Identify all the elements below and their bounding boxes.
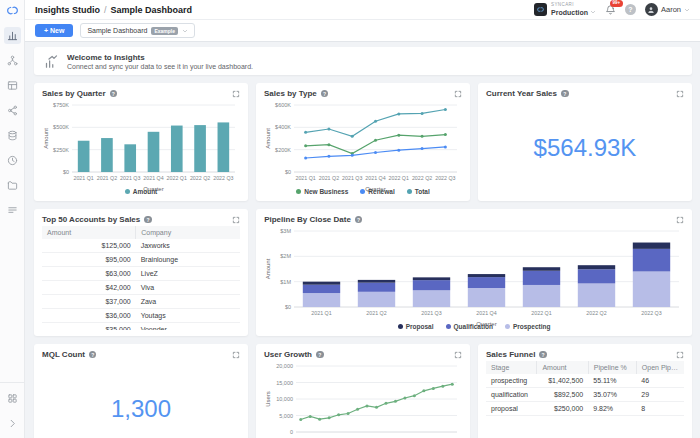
card-title: MQL Count <box>42 350 85 359</box>
svg-text:2022 Q1: 2022 Q1 <box>167 175 187 181</box>
svg-text:2021 Q4: 2021 Q4 <box>143 175 163 181</box>
svg-text:2021 Q2: 2021 Q2 <box>97 175 117 181</box>
dashboard-toolbar: + New Sample Dashboard Example <box>25 20 700 42</box>
sidebar-item-apps[interactable] <box>4 390 21 407</box>
column-header[interactable]: Pipeline % <box>588 361 636 374</box>
expand-icon[interactable] <box>676 90 684 98</box>
svg-text:2021 Q3: 2021 Q3 <box>342 175 362 181</box>
table-cell: Youtags <box>136 309 240 323</box>
info-icon[interactable]: ? <box>316 351 324 359</box>
sidebar-nav <box>4 27 21 219</box>
svg-text:$2M: $2M <box>280 253 291 259</box>
new-button[interactable]: + New <box>35 24 73 37</box>
column-header[interactable]: Amount <box>42 226 136 239</box>
dashboard-select[interactable]: Sample Dashboard Example <box>80 23 195 38</box>
expand-icon[interactable] <box>676 351 684 359</box>
sidebar-item-queue[interactable] <box>4 202 21 219</box>
svg-text:Quarter: Quarter <box>143 186 163 192</box>
card-title: Current Year Sales <box>486 89 557 98</box>
table-cell: 46 <box>636 374 684 388</box>
table-cell: 55.11% <box>588 374 636 388</box>
svg-text:Amount: Amount <box>43 128 49 149</box>
flow-icon <box>7 55 18 66</box>
column-header[interactable]: Stage <box>486 361 537 374</box>
table-cell: 8 <box>636 402 684 416</box>
sidebar-item-collapse[interactable] <box>4 415 21 432</box>
card-sales-by-quarter: Sales by Quarter ? $0$250K$500K$750KAmou… <box>34 83 248 201</box>
expand-icon[interactable] <box>676 216 684 224</box>
svg-text:2022 Q2: 2022 Q2 <box>586 310 606 316</box>
svg-text:2021 Q4: 2021 Q4 <box>476 310 496 316</box>
sidebar-item-sync-studio[interactable] <box>4 52 21 69</box>
table-cell: $892,500 <box>537 388 588 402</box>
card-title: User Growth <box>264 350 312 359</box>
sidebar-item-pipelines[interactable] <box>4 102 21 119</box>
info-icon[interactable]: ? <box>539 351 547 359</box>
card-mql-count: MQL Count ? 1,300 <box>34 344 248 438</box>
expand-icon[interactable] <box>232 90 240 98</box>
info-icon[interactable]: ? <box>144 216 152 224</box>
sidebar-item-insights[interactable] <box>4 27 21 44</box>
breadcrumb: Insights Studio / Sample Dashboard <box>35 5 192 15</box>
sidebar-item-data-studio[interactable] <box>4 77 21 94</box>
column-header[interactable]: Company <box>136 226 240 239</box>
svg-text:$250K: $250K <box>53 147 69 153</box>
sidebar-item-library[interactable] <box>4 177 21 194</box>
svg-text:2021 Q4: 2021 Q4 <box>365 175 385 181</box>
column-header[interactable]: Amount <box>537 361 588 374</box>
info-icon[interactable]: ? <box>110 90 118 98</box>
column-header[interactable]: Open Pipeline C... <box>636 361 684 374</box>
breadcrumb-separator: / <box>104 5 107 15</box>
svg-text:$750K: $750K <box>53 102 69 108</box>
svg-text:Users: Users <box>265 391 271 407</box>
banner-title: Welcome to Insights <box>67 53 253 62</box>
org-selector[interactable]: SYNCARI Production <box>534 3 596 16</box>
list-icon <box>7 205 18 216</box>
person-icon <box>647 6 655 14</box>
sidebar-item-history[interactable] <box>4 152 21 169</box>
card-user-growth: User Growth ? 05,00010,00015,00020,000Us… <box>256 344 470 438</box>
chevron-down-icon <box>590 9 596 15</box>
data-table: AmountCompany$125,000Jaxworks$95,000Brai… <box>42 226 240 330</box>
app-logo-icon[interactable] <box>5 3 20 18</box>
expand-icon[interactable] <box>232 216 240 224</box>
card-title: Pipeline By Close Date <box>264 215 351 224</box>
table-cell: 35.07% <box>588 388 636 402</box>
breadcrumb-section[interactable]: Insights Studio <box>35 5 100 15</box>
banner-subtitle: Connect and sync your data to see it in … <box>67 63 253 70</box>
info-icon[interactable]: ? <box>561 90 569 98</box>
metric-value: $564.93K <box>486 100 684 195</box>
example-badge: Example <box>151 27 178 35</box>
expand-icon[interactable] <box>232 351 240 359</box>
table-cell: Voonder <box>136 323 240 331</box>
svg-text:2021 Q3: 2021 Q3 <box>421 310 441 316</box>
sidebar <box>0 0 25 438</box>
info-icon[interactable]: ? <box>89 351 97 359</box>
svg-text:2021 Q2: 2021 Q2 <box>319 175 339 181</box>
help-button[interactable]: ? <box>625 4 636 15</box>
svg-text:2022 Q1: 2022 Q1 <box>531 310 551 316</box>
expand-icon[interactable] <box>454 351 462 359</box>
table-cell: $36,000 <box>42 309 136 323</box>
info-icon[interactable]: ? <box>355 216 363 224</box>
sidebar-item-entities[interactable] <box>4 127 21 144</box>
org-environment-label: Production <box>551 9 588 16</box>
card-sales-funnel: Sales Funnel ? StageAmountPipeline %Open… <box>478 344 692 438</box>
table-cell: 29 <box>636 388 684 402</box>
user-menu[interactable]: Aaron <box>645 3 690 16</box>
folder-icon <box>7 180 18 191</box>
table-cell: $63,000 <box>42 267 136 281</box>
table-row: qualification$892,50035.07%29 <box>486 388 684 402</box>
table-cell: Viva <box>136 281 240 295</box>
card-pipeline-by-close-date: Pipeline By Close Date ? $0$1M$2M$3MAmou… <box>256 209 692 336</box>
card-top-50-accounts: Top 50 Accounts by Sales ? AmountCompany… <box>34 209 248 336</box>
svg-text:2022 Q3: 2022 Q3 <box>213 175 233 181</box>
card-title: Top 50 Accounts by Sales <box>42 215 140 224</box>
question-icon: ? <box>628 6 632 13</box>
notifications-button[interactable]: 99+ <box>605 4 616 15</box>
breadcrumb-page: Sample Dashboard <box>111 5 193 15</box>
top-header: Insights Studio / Sample Dashboard SYNCA… <box>25 0 700 20</box>
expand-icon[interactable] <box>454 90 462 98</box>
info-icon[interactable]: ? <box>321 90 329 98</box>
table-cell: Zava <box>136 295 240 309</box>
